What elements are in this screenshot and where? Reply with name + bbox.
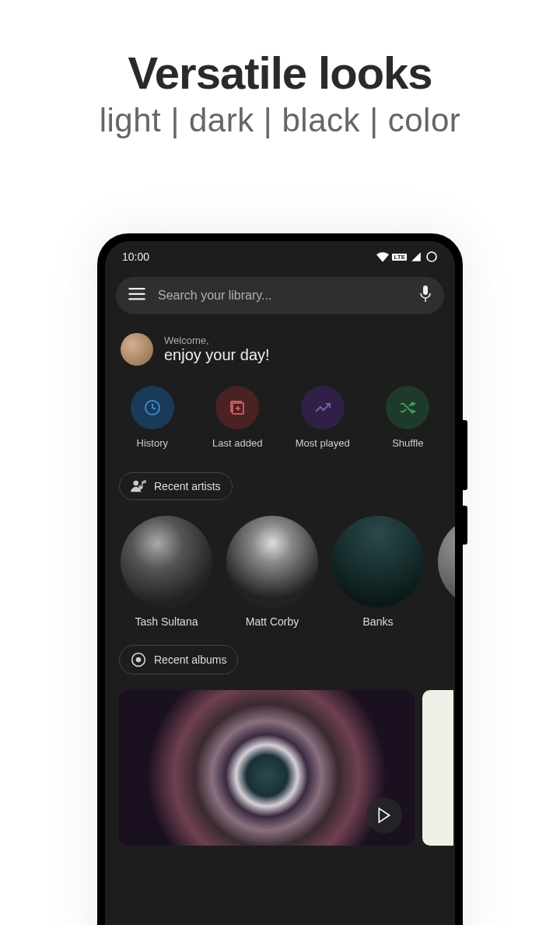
welcome-sub: Welcome, [164,335,270,346]
section-label: Recent albums [154,653,226,666]
svg-rect-2 [128,293,145,295]
quick-label: Most played [296,437,350,449]
artist-name: Banks [363,615,394,628]
promo-title: Versatile looks [0,47,560,99]
mic-icon[interactable] [419,286,432,306]
phone-side-button [463,420,467,490]
section-label: Recent artists [154,480,221,492]
svg-point-0 [427,252,436,261]
promo-header: Versatile looks light | dark | black | c… [0,0,560,139]
albums-row[interactable] [105,687,455,846]
phone-frame: 10:00 LTE Search your library... Welcome… [97,233,463,925]
search-placeholder: Search your library... [158,289,419,303]
artist-icon [131,479,146,493]
svg-point-10 [137,658,141,662]
recent-artists-pill[interactable]: Recent artists [119,472,233,500]
welcome-block: Welcome, enjoy your day! [105,322,455,380]
shuffle-icon [386,386,429,429]
artist-item[interactable]: Banks [332,516,424,628]
wifi-icon [376,251,389,262]
recent-albums-pill[interactable]: Recent albums [119,645,238,674]
signal-icon [410,251,422,262]
artists-row[interactable]: Tash Sultana Matt Corby Banks [105,513,455,636]
quick-history[interactable]: History [110,386,195,449]
phone-screen: 10:00 LTE Search your library... Welcome… [105,241,455,925]
svg-rect-4 [423,286,428,295]
svg-point-8 [140,486,142,489]
quick-most-played[interactable]: Most played [280,386,366,449]
quick-label: History [137,437,168,449]
album-card[interactable] [119,690,415,846]
menu-icon[interactable] [128,288,145,303]
clock-icon [131,386,174,429]
artist-name: Matt Corby [246,615,299,628]
svg-rect-1 [128,288,145,289]
status-bar: 10:00 LTE [105,241,455,269]
battery-icon [425,251,438,263]
artist-avatar [226,516,318,608]
lte-badge: LTE [392,254,407,261]
status-time: 10:00 [122,251,149,263]
svg-rect-3 [128,298,145,300]
trending-icon [301,386,345,429]
quick-actions: History Last added Most played Shuffle [105,380,455,463]
artist-avatar [121,516,212,608]
search-bar[interactable]: Search your library... [116,277,444,314]
album-card[interactable] [422,690,453,846]
quick-label: Last added [212,437,262,449]
artist-item[interactable] [438,516,455,628]
quick-shuffle[interactable]: Shuffle [366,386,451,449]
status-icons: LTE [376,251,438,263]
quick-label: Shuffle [392,437,423,449]
play-button[interactable] [366,797,402,833]
add-library-icon [215,386,259,429]
avatar[interactable] [121,333,153,366]
phone-side-button [463,506,467,545]
artist-item[interactable]: Matt Corby [226,516,318,628]
artist-avatar [438,516,455,608]
quick-last-added[interactable]: Last added [195,386,281,449]
artist-name: Tash Sultana [135,615,198,628]
artist-avatar [332,516,424,608]
promo-subtitle: light | dark | black | color [0,102,560,139]
play-icon [377,808,391,823]
album-icon [131,652,146,667]
artist-item[interactable]: Tash Sultana [121,516,212,628]
svg-point-7 [133,481,138,486]
welcome-main: enjoy your day! [164,346,270,364]
